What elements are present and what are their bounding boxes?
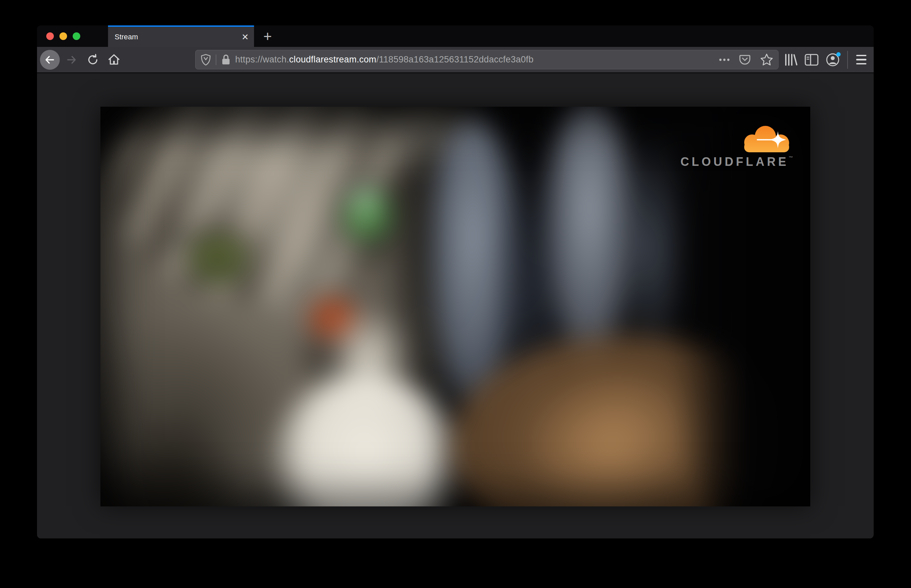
library-icon [783, 53, 798, 67]
forward-button[interactable] [64, 53, 79, 67]
lock-icon[interactable] [221, 54, 231, 66]
url-text: https://watch.cloudflarestream.com/11859… [235, 55, 533, 65]
bookmark-star-icon[interactable] [760, 53, 774, 67]
cloudflare-logo: CLOUDFLARE™ [680, 123, 793, 169]
tab-stream[interactable]: Stream ✕ [108, 26, 254, 47]
cloudflare-wordmark: CLOUDFLARE™ [680, 155, 793, 169]
sidebar-icon [804, 53, 819, 66]
home-icon [107, 53, 121, 67]
url-scheme: https://watch. [235, 55, 289, 65]
trademark-symbol: ™ [789, 155, 793, 160]
tab-close-icon[interactable]: ✕ [241, 33, 249, 41]
browser-window: Stream ✕ + [37, 26, 874, 538]
cloudflare-cloud-icon [740, 123, 793, 153]
video-player[interactable]: CLOUDFLARE™ [100, 107, 810, 506]
arrow-right-icon [65, 53, 78, 66]
account-notification-dot [836, 52, 841, 57]
url-path: /118598a163a125631152ddaccfe3a0fb [376, 55, 533, 65]
url-domain: cloudflarestream.com [289, 55, 376, 65]
hamburger-icon [856, 55, 866, 65]
video-blob [201, 247, 241, 280]
home-button[interactable] [107, 53, 121, 67]
reload-button[interactable] [86, 53, 100, 67]
pocket-icon[interactable] [738, 53, 751, 66]
toolbar-right [782, 47, 874, 72]
tab-title: Stream [115, 33, 138, 41]
tracking-protection-shield-icon[interactable] [200, 53, 212, 66]
minimize-window-button[interactable] [60, 32, 67, 40]
window-controls [37, 26, 80, 47]
nav-toolbar: https://watch.cloudflarestream.com/11859… [37, 47, 874, 73]
toolbar-divider [847, 51, 848, 69]
new-tab-button[interactable]: + [259, 28, 276, 45]
video-blob [349, 185, 380, 213]
cloudflare-wordmark-text: CLOUDFLARE [680, 155, 789, 168]
zoom-window-button[interactable] [73, 32, 80, 40]
page-actions-dots-icon[interactable] [719, 58, 730, 61]
content-area: CLOUDFLARE™ [37, 74, 874, 538]
tab-bar: Stream ✕ + [37, 26, 874, 47]
url-bar[interactable]: https://watch.cloudflarestream.com/11859… [195, 50, 779, 69]
back-button[interactable] [40, 50, 60, 70]
sidebar-button[interactable] [803, 51, 820, 68]
arrow-left-icon [44, 53, 56, 66]
menu-button[interactable] [853, 51, 870, 68]
close-window-button[interactable] [46, 32, 54, 40]
page-actions [719, 53, 774, 67]
account-button[interactable] [824, 51, 841, 68]
urlbar-divider [216, 55, 216, 65]
library-button[interactable] [782, 51, 799, 68]
reload-icon [86, 53, 99, 66]
